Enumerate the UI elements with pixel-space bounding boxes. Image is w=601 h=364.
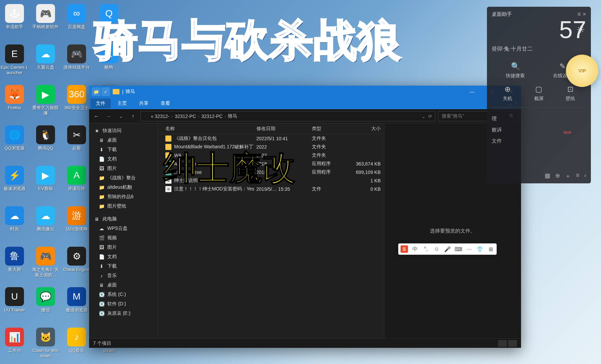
sidebar-item[interactable]: 📄文档 bbox=[89, 154, 158, 164]
assistant-list-item[interactable]: 文件 bbox=[492, 135, 586, 146]
ime-button[interactable]: ⋯ bbox=[465, 245, 473, 253]
list-icon[interactable]: ≡ bbox=[576, 172, 579, 180]
desktop-icon[interactable]: 游访问游侠网 bbox=[62, 205, 91, 244]
file-row[interactable]: ≡绅士版说明.txt1 KB bbox=[158, 176, 384, 185]
desktop-icon[interactable]: ☁时光 bbox=[0, 205, 29, 244]
desktop-icon[interactable]: K酷狗 bbox=[94, 43, 124, 82]
col-size[interactable]: 大小 bbox=[351, 126, 384, 132]
sidebar-item[interactable]: 🎬视频 bbox=[89, 233, 158, 243]
desktop-icon[interactable]: ✂必剪 bbox=[62, 124, 91, 163]
up-button[interactable]: ↑ bbox=[128, 112, 138, 121]
address-bar[interactable]: « 32312-› 32312-PC› 32312-PC› 骑马 ⌄⟳ bbox=[140, 111, 435, 121]
col-date[interactable]: 修改日期 bbox=[256, 126, 312, 132]
desktop-assistant-widget[interactable]: 桌面助手 ≡ × ☀ 57 癸卯·兔·十月廿二 🔍快捷搜索✎在线设计⊕关机▢截屏… bbox=[487, 7, 591, 183]
plus-icon[interactable]: ＋ bbox=[565, 172, 571, 180]
sidebar-item[interactable]: 🖥桌面 bbox=[89, 135, 158, 145]
file-row[interactable]: ≡注意！！！！绅士MOD安装密码：Yes2019/5/… 15:35文件0 KB bbox=[158, 185, 384, 193]
sidebar-item[interactable]: ⬇下载 bbox=[89, 262, 158, 271]
ribbon-tab-view[interactable]: 查看 bbox=[155, 98, 175, 109]
sidebar-item[interactable]: 💽灰原哀 (E:) bbox=[89, 309, 158, 318]
sidebar-item[interactable]: ⬇下载 bbox=[89, 145, 158, 154]
ribbon-file-tab[interactable]: 文件 bbox=[90, 98, 111, 109]
sidebar-item[interactable]: 📁altdeus机翻 bbox=[89, 183, 158, 192]
ime-button[interactable]: 👕 bbox=[476, 245, 484, 253]
back-button[interactable]: ← bbox=[92, 112, 101, 121]
assistant-list-item[interactable]: 理 bbox=[492, 113, 586, 124]
ribbon-tab-home[interactable]: 主页 bbox=[112, 98, 132, 109]
desktop-icon[interactable]: A岸读写作 bbox=[62, 164, 91, 204]
desktop-icon[interactable]: 🐧腾讯QQ bbox=[31, 124, 60, 163]
desktop-icon[interactable]: M傲游浏览器 bbox=[62, 286, 91, 325]
ime-button[interactable]: ⌨ bbox=[455, 245, 462, 253]
refresh-icon[interactable]: ⟳ bbox=[428, 114, 432, 119]
desktop-icon[interactable]: ☁腾讯微云 bbox=[31, 205, 60, 244]
desktop-icon[interactable]: 🎮游侠对战平台 bbox=[62, 43, 91, 82]
breadcrumb[interactable]: « 32312- bbox=[151, 114, 169, 119]
ime-button[interactable]: ⊞ bbox=[487, 245, 494, 253]
ime-button[interactable]: 中 bbox=[411, 245, 419, 253]
col-name[interactable]: 名称 bbox=[158, 126, 256, 132]
desktop-icon[interactable]: 💬微信 bbox=[31, 286, 60, 325]
add-icon[interactable]: ⊕ bbox=[555, 172, 560, 180]
ime-button[interactable]: 🎤 bbox=[444, 245, 451, 253]
breadcrumb[interactable]: 32312-PC bbox=[175, 114, 196, 119]
desktop-icon[interactable]: ∞百度网盘 bbox=[62, 3, 91, 42]
sidebar-item[interactable]: 🖼图片 bbox=[89, 164, 158, 173]
history-button[interactable]: ⌄ bbox=[116, 112, 126, 121]
ime-brand-icon[interactable]: S bbox=[401, 245, 408, 253]
sidebar-quick-access[interactable]: ★快速访问 bbox=[89, 126, 158, 135]
assistant-tool[interactable]: ⊕关机 bbox=[492, 85, 523, 102]
desktop-icon[interactable]: UUU Trainer bbox=[0, 286, 29, 325]
desktop-icon[interactable]: 🌐QQ浏览器 bbox=[0, 124, 29, 163]
ribbon-tab-share[interactable]: 共享 bbox=[134, 98, 154, 109]
desktop-icon[interactable]: 📊工作台 bbox=[0, 326, 29, 364]
titlebar[interactable]: 📁 ✓ | 骑马 — ☐ ✕ bbox=[89, 86, 521, 98]
desktop-icon[interactable]: 🕹串流助手 bbox=[0, 3, 29, 42]
sidebar-item[interactable]: ☁WPS云盘 bbox=[89, 224, 158, 233]
desktop-icon[interactable]: Q夸克网 bbox=[94, 3, 124, 42]
ime-button[interactable]: °, bbox=[422, 245, 430, 253]
desktop-icon[interactable]: ♪QQ音乐 bbox=[62, 326, 91, 364]
sidebar-item[interactable]: 🖼图片 bbox=[89, 243, 158, 252]
desktop-icon[interactable]: 鲁鲁大师 bbox=[0, 245, 29, 284]
breadcrumb[interactable]: 骑马 bbox=[228, 113, 237, 119]
sidebar-item[interactable]: 💽系统 (C:) bbox=[89, 290, 158, 299]
breadcrumb[interactable]: 32312-PC bbox=[201, 114, 223, 119]
file-row[interactable]: Mount&Blade Warband1.172破解补丁2022文件夹 bbox=[158, 143, 384, 151]
chevron-icon[interactable]: › bbox=[584, 172, 586, 180]
ime-button[interactable]: ☺ bbox=[433, 245, 440, 253]
desktop-icon[interactable]: 🎮海之号角2: 失落王国的… bbox=[31, 245, 60, 284]
col-type[interactable]: 类型 bbox=[312, 126, 351, 132]
desktop-icon[interactable]: 🎮手柄映射软件 bbox=[31, 3, 60, 42]
sidebar-item[interactable]: 📁图片壁纸 bbox=[89, 202, 158, 211]
sidebar-item[interactable]: 📁剪辑的作品6 bbox=[89, 192, 158, 202]
sidebar-this-pc[interactable]: 🖥此电脑 bbox=[89, 214, 158, 224]
desktop-icon[interactable]: EEpic Games Launcher bbox=[0, 43, 29, 82]
file-row[interactable]: 《战狼》整合汉化包2022/5/1 10:41文件夹 bbox=[158, 134, 384, 143]
desktop-icon[interactable]: 🦊Firefox bbox=[0, 84, 29, 123]
qat-button[interactable]: 📁 bbox=[92, 87, 101, 96]
view-icons-button[interactable] bbox=[508, 340, 517, 347]
dropdown-icon[interactable]: ⌄ bbox=[421, 114, 426, 119]
column-headers[interactable]: 名称 修改日期 类型 大小 bbox=[158, 123, 384, 134]
view-details-button[interactable] bbox=[498, 340, 507, 347]
file-row[interactable]: ⚙m……72.exe2018应用程序699,109 KB bbox=[158, 168, 384, 176]
forward-button[interactable]: → bbox=[104, 112, 113, 121]
vip-badge[interactable]: VIP bbox=[566, 55, 598, 87]
sidebar-item[interactable]: ♪音乐 bbox=[89, 271, 158, 280]
desktop-icon[interactable]: 360360安全卫士 bbox=[62, 84, 91, 123]
assistant-list-item[interactable]: 败诉 bbox=[492, 124, 586, 135]
file-row[interactable]: ⚙Arc…(…).exe2018应用程序363,674 KB bbox=[158, 159, 384, 168]
desktop-icon[interactable]: ⚡极速浏览器 bbox=[0, 164, 29, 204]
assistant-tool[interactable]: 🔍快捷搜索 bbox=[492, 62, 539, 79]
desktop-icon[interactable]: ⚙Cheat Engine bbox=[62, 245, 91, 284]
layout-icon[interactable]: ▦ bbox=[545, 172, 550, 180]
minimize-button[interactable]: — bbox=[462, 86, 482, 98]
desktop-icon[interactable]: ▶EV剪辑 bbox=[31, 164, 60, 204]
desktop-icon[interactable]: ☁天翼云盘 bbox=[31, 43, 60, 82]
assistant-tool[interactable]: ⊡壁纸 bbox=[555, 85, 586, 102]
desktop-icon[interactable]: ▶爱奇艺万能联播 bbox=[31, 84, 60, 123]
file-row[interactable]: WA2022文件夹 bbox=[158, 151, 384, 159]
sidebar-item[interactable]: 📄文档 bbox=[89, 252, 158, 262]
sidebar-item[interactable]: 🖥桌面 bbox=[89, 280, 158, 290]
